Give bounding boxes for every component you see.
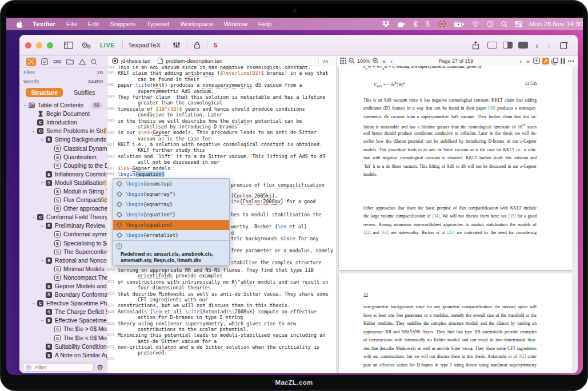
menu-texifier[interactable]: Texifier	[33, 21, 55, 27]
autocomplete-item[interactable]: \begin{eqnarray}	[113, 199, 229, 209]
code-line[interactable]: 619theory using nonlinear supersymmetry,…	[107, 321, 336, 326]
code-line[interactable]: 621non-critical dilaton and a de Sitter …	[107, 344, 336, 350]
code-line[interactable]: 599in the thesis we will describe how th…	[107, 118, 336, 124]
page-indicator[interactable]: Page 27 of 159	[396, 58, 516, 64]
layout-pdf-only-icon[interactable]	[518, 42, 528, 49]
live-typeset-toggle[interactable]: LIVE	[100, 42, 115, 49]
toc-item[interactable]: ›SBoundary Conformal Fi...	[19, 291, 107, 299]
chevron-down-icon[interactable]: ›	[31, 214, 37, 220]
pdf-page-27[interactable]: ∂ρW + W∂ρK = 0, leading to a supersymmet…	[339, 66, 573, 270]
code-line[interactable]: 614turning on appropriate RR and NS-NS f…	[107, 267, 336, 273]
search-icon[interactable]	[91, 59, 97, 65]
sidebar-toggle-icon[interactable]	[60, 42, 77, 49]
toc-item[interactable]: ›SRational and Noncompa...	[19, 256, 107, 265]
lock-icon[interactable]	[190, 42, 204, 49]
code-line[interactable]: 601KKLT i.e., a solution with negative c…	[107, 142, 336, 147]
code-line[interactable]: will not be discussed in our	[107, 159, 336, 165]
code-line[interactable]: 602solution and `lift' it to a de Sitter…	[107, 154, 336, 159]
zoom-in-icon[interactable]	[373, 58, 379, 64]
close-button[interactable]	[25, 42, 31, 49]
code-line[interactable]: conducive to inflation. Later	[107, 112, 336, 118]
zoom-out-icon[interactable]	[349, 58, 355, 64]
chevron-down-icon[interactable]: ›	[39, 136, 45, 143]
pdf-page-28[interactable]: 22 non-geometric backgrounds since for a…	[339, 273, 573, 373]
code-line[interactable]: preserved.	[107, 350, 336, 356]
thumbnails-grid-icon[interactable]	[340, 58, 346, 64]
tab-subfiles[interactable]: Subfiles	[69, 88, 100, 97]
autocomplete-item[interactable]: \begin{eqnarray*}	[113, 189, 229, 199]
folder-icon[interactable]	[66, 59, 74, 65]
code-line[interactable]: 620Minimising this potential leads to mo…	[107, 332, 336, 338]
code-line[interactable]: 622	[107, 356, 336, 362]
history-forward-icon[interactable]: ›	[544, 41, 554, 50]
code-line[interactable]: KKLT further study this	[107, 147, 336, 153]
code-line[interactable]: 618Antoniadis {\em et al} \cite{Antoniad…	[107, 309, 336, 315]
toc-item[interactable]: ›SConformal symmetry ...	[19, 230, 107, 239]
filter-input-wrap[interactable]	[23, 363, 94, 372]
mic-muted-icon[interactable]	[425, 21, 430, 27]
code-line[interactable]: action for D-branes in type I string	[107, 315, 336, 320]
first-page-icon[interactable]: «	[381, 58, 387, 65]
chevron-down-icon[interactable]: ›	[31, 300, 37, 307]
toc-item[interactable]: ›SThe $\e < 0$ Models	[19, 334, 107, 342]
menu-snippets[interactable]: Snippets	[110, 21, 135, 27]
toc-item[interactable]: ›SString Backgrounds	[19, 135, 107, 144]
autocomplete-item[interactable]: \begin{equation*}	[113, 209, 229, 220]
chevron-down-icon[interactable]: ›	[31, 128, 37, 134]
new-window-icon[interactable]	[556, 42, 572, 49]
breadcrumb-root-file[interactable]: jd-thesis.tex	[121, 58, 150, 64]
toc-item[interactable]: ›SFlux Compactificatio...	[19, 196, 107, 204]
toc-item[interactable]: ›SThe Superconformal ...	[19, 248, 107, 256]
keyboard-uk-icon[interactable]	[438, 21, 446, 27]
wifi-icon[interactable]	[471, 21, 479, 27]
code-line[interactable]: greater than the cosmological	[107, 100, 336, 106]
toc-item[interactable]: ›SGepner Models and Exa...	[19, 282, 107, 291]
zoom-level[interactable]: 100%	[357, 58, 370, 64]
toc-item[interactable]: ›SMinimal Models	[19, 265, 107, 273]
filter-input[interactable]	[34, 364, 91, 371]
scope-target-icon[interactable]	[112, 58, 118, 64]
engine-selector[interactable]: TexpadTeX	[128, 42, 161, 49]
code-line[interactable]: 597They further claim that this solution…	[107, 94, 336, 100]
code-area[interactable]: 594This is an AdS vacuum since it has ne…	[107, 66, 336, 373]
menu-help[interactable]: Help	[258, 21, 272, 27]
share-icon[interactable]	[468, 41, 483, 50]
code-line[interactable]: 595KKLT claim that adding antibranes ($\…	[107, 70, 336, 76]
code-line[interactable]: CFT ingredients with our	[107, 297, 336, 303]
toc-item[interactable]: ›SOther approaches	[19, 204, 107, 213]
tunnelblick-icon[interactable]	[397, 21, 405, 27]
minimize-button[interactable]	[36, 42, 42, 49]
toc-item[interactable]: ›SCoupling to the Dilato...	[19, 162, 107, 170]
zoom-button[interactable]	[47, 42, 53, 49]
toc-item[interactable]: ›SModuli in String Theory	[19, 187, 107, 196]
typeset-options-icon[interactable]	[169, 42, 184, 49]
toc-item[interactable]: ›SNoncompact Theories	[19, 273, 107, 282]
typeset-settings-icon[interactable]: ⚙⚙	[77, 41, 95, 50]
tab-structure[interactable]: Structure	[26, 88, 63, 97]
autocomplete-item[interactable]: \begin{equation}	[113, 220, 229, 230]
toc-item[interactable]: ›SThe Charge Deficit $\e$	[19, 308, 107, 316]
toc-item[interactable]: ›CSome Problems in String...	[19, 127, 107, 135]
layout-split-view-icon[interactable]	[503, 42, 513, 49]
pause-icon[interactable]	[561, 58, 565, 64]
chevron-down-icon[interactable]: ›	[39, 317, 45, 324]
toc-item[interactable]: ›SClassical Dynamics o...	[19, 144, 107, 152]
toc-item[interactable]: ›CEffective Spacetime Physi...	[19, 299, 107, 308]
toc-item[interactable]: ›SThe $\e > 0$ Models	[19, 325, 107, 333]
math-symbols-button[interactable]: √x	[318, 58, 331, 64]
toc-item[interactable]: ›SSpecialising to $d=2...	[19, 239, 107, 248]
sync-source-icon[interactable]	[542, 58, 549, 65]
menu-workspace[interactable]: Workspace	[180, 21, 213, 27]
code-line[interactable]: 596paper \cite{kklt} produces a nonsuper…	[107, 82, 336, 88]
code-line[interactable]: 600in our $\e$-Gepner models. This proce…	[107, 130, 336, 135]
toc-item[interactable]: ›SQuantisation	[19, 153, 107, 162]
battery-icon[interactable]	[454, 22, 464, 27]
menu-clock[interactable]: Mon 28 Nov 14:30	[529, 21, 583, 27]
code-line[interactable]: four-dimensional theories	[107, 285, 336, 291]
toc-item[interactable]: ›SEffective Spacetime Ph...	[19, 316, 107, 325]
code-line[interactable]: can be found in their	[107, 76, 336, 82]
layout-editor-only-icon[interactable]	[487, 42, 497, 49]
dropbox-icon[interactable]	[382, 21, 390, 27]
toc-item[interactable]: ›SA Note on Similar Appr...	[19, 351, 107, 360]
bluetooth-icon[interactable]	[413, 21, 418, 27]
